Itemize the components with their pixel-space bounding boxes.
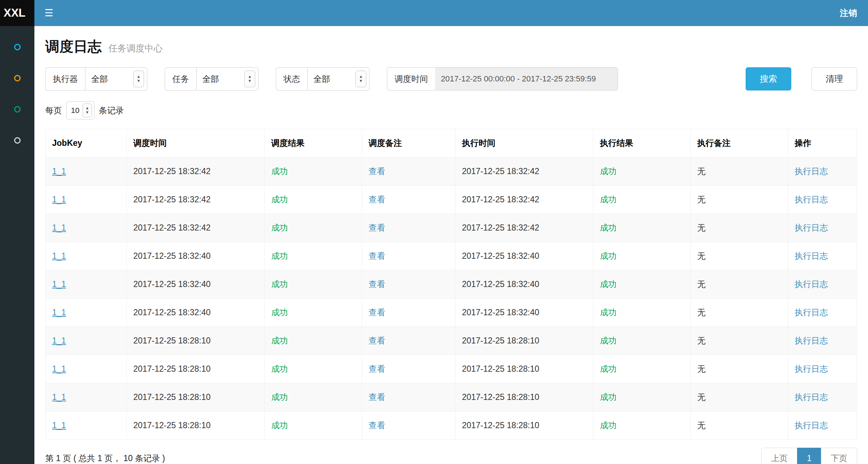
trigger-result-cell: 成功 <box>265 157 362 186</box>
table-row: 1_12017-12-25 18:32:40成功查看2017-12-25 18:… <box>46 270 857 299</box>
circle-icon <box>14 44 21 50</box>
trigger-msg-link[interactable]: 查看 <box>368 279 385 289</box>
table-row: 1_12017-12-25 18:28:10成功查看2017-12-25 18:… <box>46 412 857 440</box>
select-arrows-icon <box>133 71 144 87</box>
exec-log-link[interactable]: 执行日志 <box>795 279 828 289</box>
prev-page-button[interactable]: 上页 <box>761 448 797 464</box>
table-row: 1_12017-12-25 18:28:10成功查看2017-12-25 18:… <box>46 327 857 355</box>
page-title: 调度日志 <box>45 39 102 54</box>
trigger-time-cell: 2017-12-25 18:32:40 <box>127 242 265 270</box>
handle-result-cell: 成功 <box>593 327 691 355</box>
exec-log-link[interactable]: 执行日志 <box>795 223 828 232</box>
trigger-msg-link[interactable]: 查看 <box>368 336 385 345</box>
next-page-button[interactable]: 下页 <box>821 448 857 464</box>
trigger-time-cell: 2017-12-25 18:28:10 <box>127 412 265 440</box>
jobkey-link[interactable]: 1_1 <box>52 195 66 204</box>
trigger-time-cell: 2017-12-25 18:28:10 <box>127 383 265 412</box>
select-arrows-icon <box>244 71 255 87</box>
page-size-select[interactable]: 10 <box>66 101 94 119</box>
app-logo[interactable]: XXL <box>0 0 34 26</box>
handle-result-cell: 成功 <box>593 299 691 327</box>
handle-time-cell: 2017-12-25 18:28:10 <box>455 355 593 383</box>
executor-select[interactable]: 全部 <box>85 67 147 90</box>
handle-result-cell: 成功 <box>593 242 691 270</box>
handle-msg-cell: 无 <box>691 383 788 412</box>
jobkey-link[interactable]: 1_1 <box>52 166 66 176</box>
handle-time-cell: 2017-12-25 18:28:10 <box>455 383 593 412</box>
exec-log-link[interactable]: 执行日志 <box>795 364 828 374</box>
jobkey-link-cell: 1_1 <box>46 214 127 242</box>
trigger-time-range-input[interactable] <box>435 67 618 90</box>
trigger-msg-link[interactable]: 查看 <box>368 166 385 176</box>
search-button[interactable]: 搜索 <box>746 67 791 90</box>
trigger-time-cell: 2017-12-25 18:32:40 <box>127 270 265 299</box>
exec-log-link[interactable]: 执行日志 <box>795 195 828 204</box>
job-select[interactable]: 全部 <box>196 67 258 90</box>
exec-log-link[interactable]: 执行日志 <box>795 166 828 176</box>
page-header: 调度日志 任务调度中心 <box>45 37 857 56</box>
jobkey-link-cell: 1_1 <box>46 242 127 270</box>
select-arrows-icon <box>83 104 92 117</box>
job-select-value: 全部 <box>202 73 219 85</box>
exec-log-link[interactable]: 执行日志 <box>795 251 828 261</box>
trigger-msg-link[interactable]: 查看 <box>368 251 385 261</box>
exec-log-link[interactable]: 执行日志 <box>795 308 828 317</box>
handle-msg-cell: 无 <box>691 327 788 355</box>
status-select[interactable]: 全部 <box>307 67 370 90</box>
sidebar-toggle-button[interactable]: ☰ <box>34 0 63 26</box>
status-filter-group: 状态 全部 <box>276 67 370 90</box>
trigger-msg-link-cell: 查看 <box>362 383 455 412</box>
sidebar-item-3[interactable] <box>14 106 21 113</box>
trigger-msg-link[interactable]: 查看 <box>368 364 385 374</box>
trigger-msg-link[interactable]: 查看 <box>368 195 385 204</box>
trigger-result-cell: 成功 <box>265 355 362 383</box>
jobkey-link[interactable]: 1_1 <box>52 421 66 430</box>
sidebar-item-4[interactable] <box>14 137 21 144</box>
table-row: 1_12017-12-25 18:28:10成功查看2017-12-25 18:… <box>46 383 857 412</box>
column-header-handle-msg: 执行备注 <box>691 129 788 157</box>
page-size-row: 每页 10 条记录 <box>45 101 857 119</box>
trigger-msg-link[interactable]: 查看 <box>368 421 385 430</box>
column-header-handle-result: 执行结果 <box>593 129 691 157</box>
jobkey-link[interactable]: 1_1 <box>52 223 66 232</box>
trigger-msg-link[interactable]: 查看 <box>368 308 385 317</box>
handle-msg-cell: 无 <box>691 157 788 186</box>
jobkey-link[interactable]: 1_1 <box>52 364 66 374</box>
sidebar-item-1[interactable] <box>14 44 21 50</box>
job-filter-label: 任务 <box>165 67 196 90</box>
executor-select-value: 全部 <box>91 73 108 85</box>
jobkey-link[interactable]: 1_1 <box>52 308 66 317</box>
jobkey-link-cell: 1_1 <box>46 186 127 214</box>
main-content: 调度日志 任务调度中心 执行器 全部 任务 全部 状态 <box>34 26 868 464</box>
app-root: XXL ☰ 注销 调度日志 任务调度中心 执行器 全部 任务 全部 <box>0 0 868 464</box>
trigger-msg-link-cell: 查看 <box>362 186 455 214</box>
handle-result-cell: 成功 <box>593 355 691 383</box>
trigger-msg-link[interactable]: 查看 <box>368 392 385 402</box>
trigger-result-cell: 成功 <box>265 299 362 327</box>
table-row: 1_12017-12-25 18:32:42成功查看2017-12-25 18:… <box>46 157 857 186</box>
logout-link[interactable]: 注销 <box>840 7 857 19</box>
sidebar <box>0 26 34 464</box>
column-header-action: 操作 <box>788 129 857 157</box>
exec-log-link[interactable]: 执行日志 <box>795 421 828 430</box>
trigger-msg-link[interactable]: 查看 <box>368 223 385 232</box>
jobkey-link[interactable]: 1_1 <box>52 336 66 345</box>
trigger-result-cell: 成功 <box>265 270 362 299</box>
exec-log-link[interactable]: 执行日志 <box>795 336 828 345</box>
trigger-msg-link-cell: 查看 <box>362 412 455 440</box>
jobkey-link[interactable]: 1_1 <box>52 251 66 261</box>
page-size-select-value: 10 <box>71 106 79 115</box>
jobkey-link[interactable]: 1_1 <box>52 279 66 289</box>
current-page-button[interactable]: 1 <box>797 448 821 464</box>
trigger-time-cell: 2017-12-25 18:28:10 <box>127 355 265 383</box>
exec-log-link[interactable]: 执行日志 <box>795 392 828 402</box>
select-arrows-icon <box>355 71 366 87</box>
handle-time-cell: 2017-12-25 18:32:40 <box>455 242 593 270</box>
handle-result-cell: 成功 <box>593 186 691 214</box>
handle-time-cell: 2017-12-25 18:28:10 <box>455 412 593 440</box>
sidebar-item-2[interactable] <box>14 75 21 81</box>
jobkey-link[interactable]: 1_1 <box>52 392 66 402</box>
clear-button[interactable]: 清理 <box>812 67 857 90</box>
trigger-msg-link-cell: 查看 <box>362 214 455 242</box>
trigger-result-cell: 成功 <box>265 186 362 214</box>
